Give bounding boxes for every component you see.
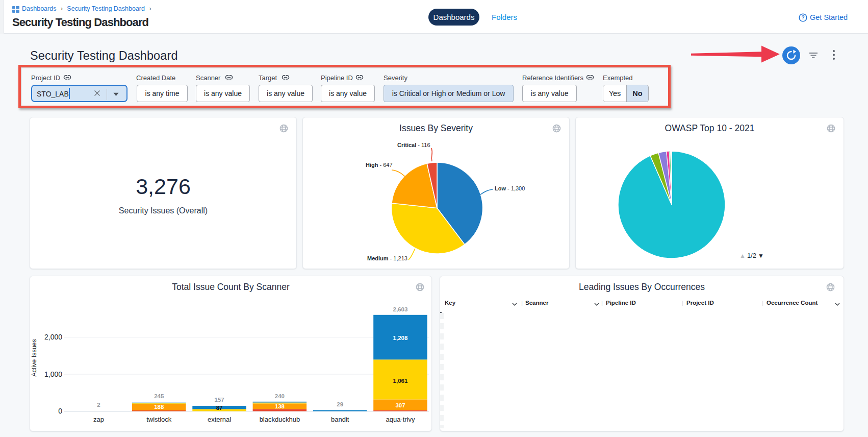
svg-text:1,061: 1,061 xyxy=(393,378,408,384)
svg-text:Critical - 116: Critical - 116 xyxy=(397,142,430,148)
svg-text:bandit: bandit xyxy=(331,416,349,423)
svg-text:87: 87 xyxy=(216,405,223,411)
svg-text:blackduckhub: blackduckhub xyxy=(260,416,300,423)
svg-text:29: 29 xyxy=(337,401,343,407)
svg-text:2: 2 xyxy=(97,402,100,408)
svg-text:?: ? xyxy=(801,15,804,20)
svg-text:external: external xyxy=(208,416,231,423)
svg-text:245: 245 xyxy=(154,393,164,399)
svg-text:High - 647: High - 647 xyxy=(366,162,393,168)
svg-text:307: 307 xyxy=(395,402,405,408)
svg-text:aqua-trivy: aqua-trivy xyxy=(386,416,415,423)
svg-text:240: 240 xyxy=(275,393,285,399)
svg-text:Medium - 1,213: Medium - 1,213 xyxy=(367,255,407,261)
svg-text:157: 157 xyxy=(215,397,224,403)
svg-text:zap: zap xyxy=(93,416,104,423)
svg-text:1,208: 1,208 xyxy=(393,335,408,341)
svg-text:138: 138 xyxy=(275,403,285,409)
svg-text:188: 188 xyxy=(154,404,164,410)
svg-text:Low - 1,300: Low - 1,300 xyxy=(495,185,525,191)
svg-text:2,000: 2,000 xyxy=(44,333,62,341)
svg-text:1,000: 1,000 xyxy=(44,370,62,378)
svg-text:0: 0 xyxy=(58,407,62,415)
svg-text:Active Issues: Active Issues xyxy=(31,339,38,377)
svg-text:2,603: 2,603 xyxy=(393,306,408,312)
svg-text:twistlock: twistlock xyxy=(146,416,172,423)
